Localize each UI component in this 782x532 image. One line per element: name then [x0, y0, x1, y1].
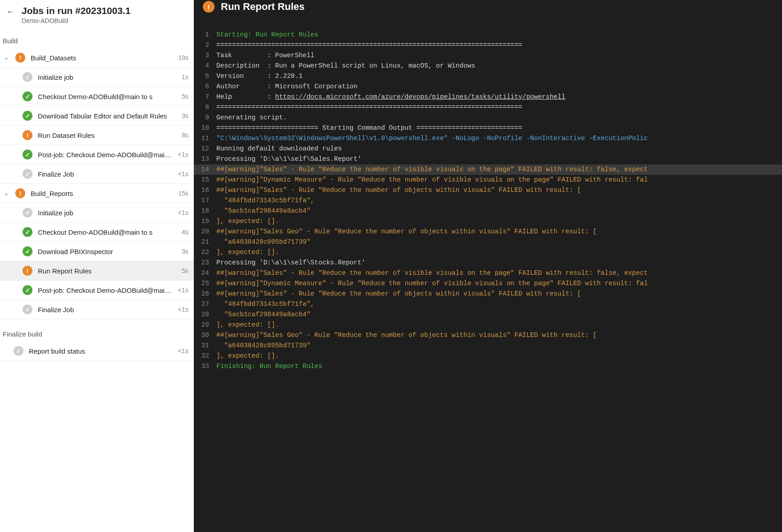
line-content: ##[warning]"Sales" - Rule "Reduce the nu…	[216, 289, 782, 299]
log-line[interactable]: 13Processing 'D:\a\1\self\Sales.Report'	[194, 154, 782, 164]
warn-icon: !	[23, 130, 32, 140]
line-content: ], expected: [].	[216, 351, 782, 361]
log-line[interactable]: 30##[warning]"Sales Geo" - Rule "Reduce …	[194, 330, 782, 341]
warn-icon: !	[15, 53, 25, 63]
log-line[interactable]: 19], expected: [].	[194, 216, 782, 227]
line-number: 4	[194, 61, 216, 71]
step-row[interactable]: ✓Finalize Job<1s	[0, 300, 194, 319]
log-line[interactable]: 32], expected: [].	[194, 351, 782, 361]
log-line[interactable]: 3Task : PowerShell	[194, 50, 782, 61]
stage-duration: 15s	[178, 190, 188, 197]
log-line[interactable]: 21 "a64038428c095bd71739"	[194, 237, 782, 247]
help-link[interactable]: https://docs.microsoft.com/azure/devops/…	[275, 93, 566, 100]
log-line[interactable]: 16##[warning]"Sales" - Rule "Reduce the …	[194, 185, 782, 196]
line-content: Version : 2.228.1	[216, 71, 782, 82]
ok-icon: ✓	[23, 227, 32, 237]
log-line[interactable]: 10========================== Starting Co…	[194, 123, 782, 133]
line-number: 9	[194, 113, 216, 123]
step-row[interactable]: ✓Initialize job<1s	[0, 203, 194, 223]
line-number: 18	[194, 206, 216, 216]
step-row[interactable]: ✓Post-job: Checkout Demo-ADOBuild@main t…	[0, 281, 194, 300]
log-line[interactable]: 33Finishing: Run Report Rules	[194, 361, 782, 372]
log-line[interactable]: 31 "a64038428c095bd71739"	[194, 341, 782, 351]
line-number: 5	[194, 71, 216, 82]
line-number: 25	[194, 278, 216, 289]
line-content: Author : Microsoft Corporation	[216, 82, 782, 92]
ok-icon: ✓	[23, 285, 32, 295]
log-line[interactable]: 14##[warning]"Sales" - Rule "Reduce the …	[194, 164, 782, 175]
step-row[interactable]: !Run Dataset Rules8s	[0, 126, 194, 145]
line-number: 11	[194, 133, 216, 144]
log-line[interactable]: 2=======================================…	[194, 40, 782, 50]
log-line[interactable]: 24##[warning]"Sales" - Rule "Reduce the …	[194, 268, 782, 278]
step-duration: <1s	[178, 347, 188, 355]
log-line[interactable]: 12Running default downloaded rules	[194, 144, 782, 154]
stage-row[interactable]: ⌄!Build_Reports15s	[0, 184, 194, 203]
log-line[interactable]: 11"C:\Windows\System32\WindowsPowerShell…	[194, 133, 782, 144]
step-row[interactable]: !Run Report Rules5s	[0, 261, 194, 281]
line-number: 31	[194, 341, 216, 351]
line-content: ========================================…	[216, 102, 782, 113]
log-line[interactable]: 6Author : Microsoft Corporation	[194, 82, 782, 92]
log-line[interactable]: 1Starting: Run Report Rules	[194, 30, 782, 40]
line-number: 14	[194, 164, 216, 175]
step-duration: 4s	[182, 228, 188, 236]
step-row[interactable]: ✓Post-job: Checkout Demo-ADOBuild@main t…	[0, 145, 194, 164]
step-row[interactable]: ✓Download Tabular Editor and Default Rul…	[0, 106, 194, 126]
log-line[interactable]: 26##[warning]"Sales" - Rule "Reduce the …	[194, 289, 782, 299]
log-line[interactable]: 18 "5acb1caf298449a8acb4"	[194, 206, 782, 216]
line-number: 7	[194, 92, 216, 102]
line-content: "C:\Windows\System32\WindowsPowerShell\v…	[216, 133, 782, 144]
log-panel: ! Run Report Rules 1Starting: Run Report…	[194, 0, 782, 532]
step-duration: 1s	[182, 73, 188, 81]
log-line[interactable]: 27 "484fbdd73143c5bf71fa",	[194, 299, 782, 309]
step-row[interactable]: ✓Report build status<1s	[0, 341, 194, 361]
skip-icon: ✓	[23, 208, 32, 218]
section-label-build: Build	[0, 26, 194, 48]
chevron-down-icon[interactable]: ⌄	[3, 190, 10, 196]
step-row[interactable]: ✓Checkout Demo-ADOBuild@main to s5s	[0, 87, 194, 106]
line-content: ##[warning]"Sales" - Rule "Reduce the nu…	[216, 164, 782, 175]
line-number: 3	[194, 50, 216, 61]
stage-row[interactable]: ⌄!Build_Datasets19s	[0, 48, 194, 68]
log-line[interactable]: 7Help : https://docs.microsoft.com/azure…	[194, 92, 782, 102]
log-line[interactable]: 23Processing 'D:\a\1\self\Stocks.Report'	[194, 258, 782, 268]
log-line[interactable]: 29], expected: [].	[194, 320, 782, 330]
warn-icon: !	[15, 188, 25, 198]
step-duration: <1s	[178, 170, 188, 177]
stage-duration: 19s	[178, 54, 188, 61]
log-line[interactable]: 17 "484fbdd73143c5bf71fa",	[194, 196, 782, 206]
line-number: 6	[194, 82, 216, 92]
line-number: 33	[194, 361, 216, 372]
log-line[interactable]: 20##[warning]"Sales Geo" - Rule "Reduce …	[194, 227, 782, 237]
line-content: ], expected: [].	[216, 216, 782, 227]
log-line[interactable]: 4Description : Run a PowerShell script o…	[194, 61, 782, 71]
line-number: 1	[194, 30, 216, 40]
line-number: 32	[194, 351, 216, 361]
line-content: Task : PowerShell	[216, 50, 782, 61]
line-number: 12	[194, 144, 216, 154]
log-output[interactable]: 1Starting: Run Report Rules2============…	[194, 15, 782, 532]
chevron-down-icon[interactable]: ⌄	[3, 55, 10, 61]
step-label: Run Report Rules	[38, 267, 176, 275]
step-label: Download PBIXInspector	[38, 248, 176, 255]
step-duration: 5s	[182, 93, 188, 100]
step-label: Finalize Job	[38, 306, 173, 314]
back-arrow-icon[interactable]: ←	[4, 5, 17, 18]
log-line[interactable]: 8=======================================…	[194, 102, 782, 113]
ok-icon: ✓	[23, 246, 32, 256]
line-content: "a64038428c095bd71739"	[216, 341, 782, 351]
line-number: 23	[194, 258, 216, 268]
log-line[interactable]: 15##[warning]"Dynamic Measure" - Rule "R…	[194, 175, 782, 185]
step-row[interactable]: ✓Checkout Demo-ADOBuild@main to s4s	[0, 223, 194, 242]
step-row[interactable]: ✓Download PBIXInspector3s	[0, 242, 194, 261]
step-row[interactable]: ✓Initialize job1s	[0, 68, 194, 87]
log-line[interactable]: 9Generating script.	[194, 113, 782, 123]
log-line[interactable]: 22], expected: [].	[194, 247, 782, 258]
log-line[interactable]: 5Version : 2.228.1	[194, 71, 782, 82]
step-row[interactable]: ✓Finalize Job<1s	[0, 164, 194, 184]
line-number: 13	[194, 154, 216, 164]
line-content: "5acb1caf298449a8acb4"	[216, 206, 782, 216]
log-line[interactable]: 25##[warning]"Dynamic Measure" - Rule "R…	[194, 278, 782, 289]
log-line[interactable]: 28 "5acb1caf298449a8acb4"	[194, 309, 782, 320]
